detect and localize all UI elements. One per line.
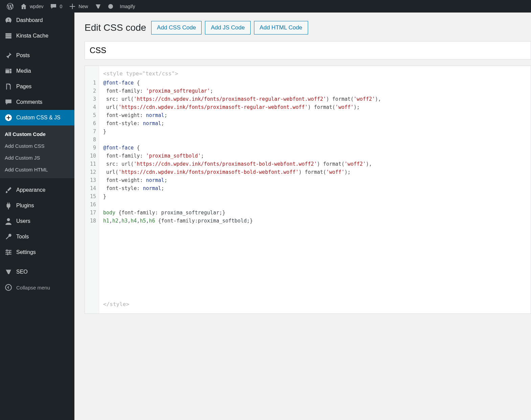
wp-logo-menu[interactable] bbox=[3, 0, 17, 13]
code-line[interactable]: font-style: normal; bbox=[103, 184, 527, 192]
close-style-tag: </style> bbox=[103, 299, 527, 309]
post-title-input[interactable] bbox=[85, 41, 531, 60]
svg-rect-7 bbox=[5, 254, 11, 254]
sidebar-item-label: Custom CSS & JS bbox=[16, 115, 61, 121]
code-line[interactable]: font-style: normal; bbox=[103, 119, 527, 127]
svg-rect-8 bbox=[7, 249, 7, 252]
sidebar-item-label: Settings bbox=[16, 249, 36, 255]
line-number: 5 bbox=[85, 111, 99, 119]
code-line[interactable]: src: url('https://cdn.wpdev.ink/fonts/pr… bbox=[103, 160, 527, 168]
svg-rect-1 bbox=[5, 35, 11, 37]
sidebar-item-label: Dashboard bbox=[16, 17, 43, 23]
add-button[interactable]: Add CSS Code bbox=[151, 21, 202, 34]
add-button[interactable]: Add JS Code bbox=[205, 21, 250, 34]
comment-icon bbox=[50, 3, 57, 10]
page-icon bbox=[5, 83, 12, 90]
code-line[interactable]: @font-face { bbox=[103, 144, 527, 152]
settings-icon bbox=[5, 249, 12, 256]
yoast-menu[interactable] bbox=[91, 0, 105, 13]
code-line[interactable]: src: url('https://cdn.wpdev.ink/fonts/pr… bbox=[103, 95, 527, 103]
media-icon bbox=[5, 67, 12, 75]
svg-point-4 bbox=[7, 218, 10, 221]
code-editor[interactable]: 123456789101112131415161718 <style type=… bbox=[85, 66, 531, 314]
sidebar-item-comments[interactable]: Comments bbox=[0, 94, 74, 110]
sidebar-item-seo[interactable]: SEO bbox=[0, 264, 74, 280]
admin-bar: wpdev 0 New Imagify bbox=[0, 0, 531, 13]
site-menu[interactable]: wpdev bbox=[17, 0, 47, 13]
comments-menu[interactable]: 0 bbox=[47, 0, 66, 13]
line-number: 11 bbox=[85, 160, 99, 168]
dashboard-icon bbox=[5, 17, 12, 24]
code-line[interactable]: font-weight: normal; bbox=[103, 111, 527, 119]
plus-icon bbox=[5, 114, 12, 121]
svg-rect-2 bbox=[5, 37, 11, 38]
sidebar-item-appearance[interactable]: Appearance bbox=[0, 182, 74, 198]
site-name: wpdev bbox=[30, 4, 43, 9]
imagify-label: Imagify bbox=[120, 4, 135, 9]
line-number: 10 bbox=[85, 152, 99, 160]
sidebar-item-label: Kinsta Cache bbox=[16, 33, 48, 39]
line-number: 8 bbox=[85, 136, 99, 144]
code-line[interactable]: url('https://cdn.wpdev.ink/fonts/proxima… bbox=[103, 103, 527, 111]
sidebar-item-dashboard[interactable]: Dashboard bbox=[0, 13, 74, 28]
line-number: 18 bbox=[85, 217, 99, 225]
collapse-icon bbox=[5, 284, 12, 291]
plus-icon bbox=[69, 3, 76, 10]
code-line[interactable]: } bbox=[103, 127, 527, 136]
plug-icon bbox=[5, 202, 12, 209]
code-line[interactable] bbox=[103, 201, 527, 209]
submenu-item[interactable]: All Custom Code bbox=[0, 128, 74, 140]
code-line[interactable]: h1,h2,h3,h4,h5,h6 {font-family:proxima_s… bbox=[103, 217, 527, 225]
sidebar-item-users[interactable]: Users bbox=[0, 213, 74, 229]
comments-count: 0 bbox=[60, 4, 62, 9]
line-number: 2 bbox=[85, 87, 99, 95]
sidebar-item-media[interactable]: Media bbox=[0, 63, 74, 79]
code-area[interactable]: <style type="text/css"> @font-face { fon… bbox=[99, 66, 531, 313]
add-button[interactable]: Add HTML Code bbox=[254, 21, 308, 34]
collapse-menu[interactable]: Collapse menu bbox=[0, 280, 74, 295]
sidebar-item-label: Tools bbox=[16, 234, 29, 240]
sidebar-item-tools[interactable]: Tools bbox=[0, 229, 74, 244]
imagify-menu[interactable]: Imagify bbox=[116, 0, 138, 13]
sidebar-item-pages[interactable]: Pages bbox=[0, 79, 74, 94]
code-line[interactable]: font-family: 'proxima_softbold'; bbox=[103, 152, 527, 160]
code-line[interactable] bbox=[103, 136, 527, 144]
code-line[interactable]: url('https://cdn.wpdev.ink/fonts/proxima… bbox=[103, 168, 527, 176]
svg-rect-6 bbox=[5, 252, 11, 253]
code-line[interactable]: } bbox=[103, 192, 527, 201]
seo-icon bbox=[5, 268, 12, 276]
wrench-icon bbox=[5, 233, 12, 240]
status-menu[interactable] bbox=[105, 0, 116, 13]
user-icon bbox=[5, 217, 12, 225]
submenu-item[interactable]: Add Custom CSS bbox=[0, 140, 74, 152]
code-line[interactable]: body {font-family: proxima_softregular;} bbox=[103, 209, 527, 217]
open-style-tag: <style type="text/css"> bbox=[103, 69, 527, 79]
kinsta-icon bbox=[5, 32, 12, 40]
sidebar-item-posts[interactable]: Posts bbox=[0, 48, 74, 63]
sidebar-item-label: Users bbox=[16, 218, 30, 224]
sidebar-item-customcss[interactable]: Custom CSS & JS bbox=[0, 110, 74, 125]
line-number: 1 bbox=[85, 79, 99, 87]
svg-rect-5 bbox=[5, 250, 11, 251]
svg-rect-0 bbox=[5, 33, 11, 34]
line-number: 17 bbox=[85, 209, 99, 217]
line-number: 14 bbox=[85, 184, 99, 192]
new-content-menu[interactable]: New bbox=[66, 0, 91, 13]
code-line[interactable]: font-weight: normal; bbox=[103, 176, 527, 184]
submenu-item[interactable]: Add Custom HTML bbox=[0, 164, 74, 176]
line-number: 16 bbox=[85, 201, 99, 209]
status-dot-icon bbox=[108, 4, 113, 9]
submenu-item[interactable]: Add Custom JS bbox=[0, 152, 74, 164]
content-area: Edit CSS code Add CSS CodeAdd JS CodeAdd… bbox=[74, 13, 531, 420]
home-icon bbox=[20, 3, 27, 10]
code-line[interactable]: @font-face { bbox=[103, 79, 527, 87]
sidebar-item-label: Appearance bbox=[16, 187, 45, 193]
code-line[interactable]: font-family: 'proxima_softregular'; bbox=[103, 87, 527, 95]
sidebar-item-kinsta[interactable]: Kinsta Cache bbox=[0, 28, 74, 44]
brush-icon bbox=[5, 186, 12, 194]
sidebar-item-plugins[interactable]: Plugins bbox=[0, 198, 74, 213]
line-number: 9 bbox=[85, 144, 99, 152]
sidebar-item-settings[interactable]: Settings bbox=[0, 244, 74, 260]
new-label: New bbox=[78, 4, 88, 9]
line-number: 15 bbox=[85, 192, 99, 201]
